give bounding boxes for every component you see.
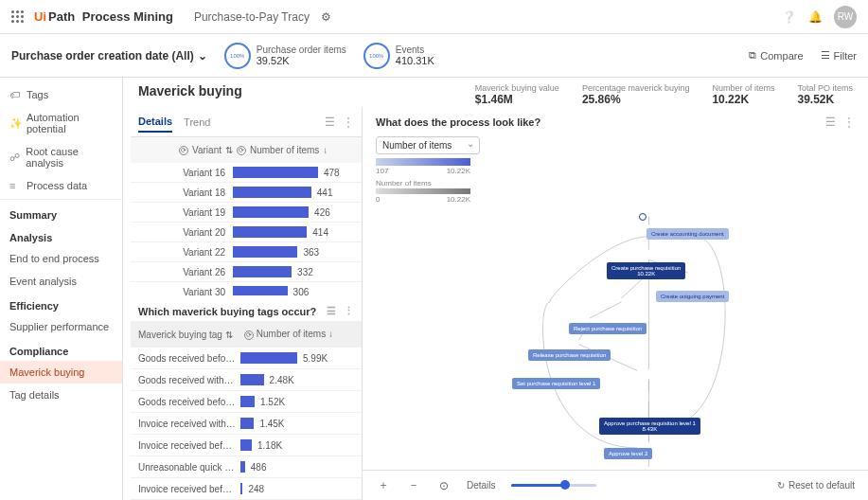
tag-row[interactable]: Invoice received before PO…1.18K [131, 435, 362, 456]
variant-bar [233, 167, 318, 178]
tag-row[interactable]: Invoice received before PO…248 [131, 478, 362, 500]
apps-launcher-icon[interactable] [11, 10, 25, 24]
sidebar-group-title[interactable]: Analysis [0, 224, 122, 247]
col-number[interactable]: Number of items [250, 145, 319, 155]
breadcrumb[interactable]: Purchase-to-Pay Tracy [194, 10, 310, 24]
sidebar-item-label: Process data [27, 180, 87, 191]
brand-logo: UiPath Process Mining [34, 9, 173, 24]
tab-details[interactable]: Details [138, 112, 172, 133]
zoom-in-button[interactable]: － [406, 478, 421, 493]
settings-icon[interactable]: ⚙ [319, 9, 334, 25]
tag-value: 5.99K [303, 353, 328, 364]
help-icon[interactable]: ❔ [781, 9, 796, 25]
tag-row[interactable]: Goods received without P…2.48K [131, 369, 362, 391]
tag-row[interactable]: Invoice received without P…1.45K [131, 413, 362, 435]
sidebar-item[interactable]: Tag details [0, 384, 122, 406]
more-icon[interactable]: ⋮ [344, 305, 354, 317]
sidebar-group-title[interactable]: Compliance [0, 338, 122, 361]
process-node[interactable]: Approve level 2 [604, 448, 652, 459]
tag-label: Goods received without P… [138, 375, 240, 385]
variant-label: Variant 20 [138, 227, 233, 238]
tag-row[interactable]: Goods received before PO …1.52K [131, 391, 362, 413]
metric: Maverick buying value$1.46M [475, 83, 559, 106]
process-node[interactable]: Approve purchase requisition level 18.43… [599, 418, 700, 435]
filter-icon[interactable]: ☰ [325, 116, 335, 129]
variant-row[interactable]: Variant 26332 [131, 262, 362, 282]
variant-row[interactable]: Variant 22363 [131, 242, 362, 262]
metric: Percentage maverick buying25.86% [582, 83, 690, 106]
sidebar-item[interactable]: Supplier performance [0, 315, 122, 338]
metric-dropdown[interactable]: Number of items [376, 136, 480, 154]
tag-bar [240, 352, 297, 364]
col-variant[interactable]: Variant [192, 145, 221, 155]
process-node[interactable]: Create outgoing payment [656, 291, 729, 302]
sidebar-icon: ≡ [9, 180, 21, 191]
process-graph[interactable]: Create accounting documentCreate purchas… [363, 207, 868, 470]
tab-trend[interactable]: Trend [184, 113, 210, 132]
sidebar-group-title[interactable]: Summary [0, 202, 122, 224]
sidebar-item[interactable]: 🏷Tags [0, 83, 122, 106]
filter-icon[interactable]: ☰ [327, 305, 336, 317]
metric: Total PO items39.52K [797, 83, 853, 106]
variant-row[interactable]: Variant 16478 [131, 163, 362, 183]
date-filter-dropdown[interactable]: Purchase order creation date (All) ⌄ [11, 49, 207, 62]
fit-button[interactable]: ⊙ [436, 478, 452, 493]
reset-button[interactable]: ↻ Reset to default [777, 480, 855, 491]
compare-button[interactable]: ⧉ Compare [749, 49, 803, 62]
more-icon[interactable]: ⋮ [843, 116, 855, 129]
variant-value: 441 [317, 188, 333, 198]
notification-icon[interactable]: 🔔 [807, 9, 823, 25]
tag-bar [240, 396, 255, 407]
variant-bar [233, 226, 307, 238]
avatar[interactable]: RW [834, 6, 857, 28]
sidebar-item[interactable]: End to end process [0, 247, 122, 270]
kpi-circle-icon: 100% [224, 43, 251, 69]
tag-label: Invoice received before PO… [138, 440, 240, 451]
filter-button[interactable]: ☰ Filter [821, 49, 857, 62]
sidebar-item[interactable]: ☍Root cause analysis [0, 140, 122, 174]
col-tag-number[interactable]: Number of items [257, 329, 326, 339]
kpi-events[interactable]: 100% Events 410.31K [363, 43, 434, 69]
sidebar-item[interactable]: Event analysis [0, 270, 122, 293]
variant-bar [233, 246, 297, 258]
process-node[interactable]: Set purchase requisition level 1 [512, 378, 600, 389]
process-node[interactable]: Create purchase requisition10.22K [607, 262, 685, 279]
tag-bar [240, 374, 264, 385]
tag-value: 248 [248, 484, 264, 494]
process-node[interactable]: Reject purchase requisition [569, 323, 647, 334]
refresh-icon[interactable]: ⟳ [179, 146, 188, 155]
tag-row[interactable]: Goods received before PO …5.99K [131, 348, 362, 369]
process-node[interactable]: Release purchase requisition [528, 349, 611, 361]
variant-row[interactable]: Variant 20414 [131, 223, 362, 242]
detail-slider[interactable] [511, 484, 596, 487]
variant-bar [233, 266, 292, 277]
more-icon[interactable]: ⋮ [343, 116, 354, 129]
refresh-icon[interactable]: ⟳ [244, 330, 254, 340]
col-tag[interactable]: Maverick buying tag [138, 330, 222, 340]
kpi1-value: 39.52K [257, 55, 346, 66]
tag-row[interactable]: Unreasonable quick goods…486 [131, 456, 362, 478]
sidebar-item[interactable]: Maverick buying [0, 361, 122, 384]
tag-value: 1.18K [257, 440, 282, 451]
variant-label: Variant 26 [138, 267, 233, 277]
process-node[interactable]: Create accounting document [647, 228, 729, 240]
zoom-out-button[interactable]: ＋ [376, 478, 391, 493]
filter-icon[interactable]: ☰ [825, 116, 836, 129]
edge-legend [376, 188, 470, 194]
refresh-icon[interactable]: ⟳ [237, 146, 246, 155]
kpi-purchase-order-items[interactable]: 100% Purchase order items 39.52K [224, 43, 346, 69]
sidebar-item[interactable]: ✨Automation potential [0, 106, 122, 140]
sidebar-icon: 🏷 [9, 89, 21, 100]
variant-row[interactable]: Variant 19426 [131, 203, 362, 223]
variant-row[interactable]: Variant 30306 [131, 282, 362, 295]
sidebar-item-label: Automation potential [27, 112, 113, 134]
kpi2-label: Events [396, 45, 434, 55]
sidebar-group-title[interactable]: Efficiency [0, 293, 122, 315]
variant-row[interactable]: Variant 18441 [131, 183, 362, 203]
tag-value: 2.48K [270, 375, 294, 385]
sidebar-item[interactable]: ≡Process data [0, 174, 122, 197]
variant-bar [233, 286, 288, 295]
sidebar-item-label: Supplier performance [9, 321, 109, 332]
metric-value: 10.22K [712, 93, 774, 106]
tag-value: 1.52K [260, 397, 285, 407]
